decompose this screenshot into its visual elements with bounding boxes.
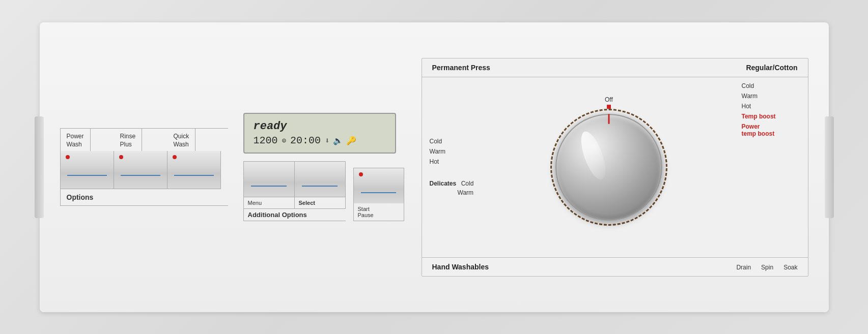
display-icons: ⬇ 🔈 🔑 [325,136,356,146]
center-section: ready 1200 ⊙ 20:00 ⬇ 🔈 🔑 [243,113,406,221]
off-label: Off [605,96,613,103]
dial-left-labels: Cold Warm Hot Delicates Cold Warm [422,77,482,257]
display-time: 20:00 [290,135,321,146]
soak-label: Soak [783,264,797,271]
power-wash-button[interactable] [61,151,114,189]
quick-wash-slider [174,175,214,176]
rinse-plus-slider [121,175,160,176]
dial-knob[interactable] [555,114,662,221]
additional-options-section: Menu Select Additional Options [243,161,346,221]
lower-controls: Menu Select Additional Options Start Pau… [243,161,406,221]
rinse-plus-button[interactable] [114,151,167,189]
options-buttons-group: Power Wash Rinse Plus [60,128,228,189]
delicates-warm-label: Warm [458,189,474,196]
select-label: Select [295,197,346,208]
dial-middle: Cold Warm Hot Delicates Cold Warm Off [422,77,808,257]
regular-cotton-label: Regular/Cotton [746,64,797,72]
rinse-plus-indicator [119,155,123,159]
dial-knob-wrapper: Off [555,114,662,221]
display-screen: ready 1200 ⊙ 20:00 ⬇ 🔈 🔑 [243,113,396,154]
power-wash-slider [67,175,107,176]
power-wash-indicator [66,155,70,159]
delicates-cold-label: Cold [461,180,474,187]
right-hot-label: Hot [742,103,800,110]
download-icon: ⬇ [325,136,330,146]
display-ready-text: ready [254,120,386,133]
delicates-group: Delicates Cold Warm [430,178,474,197]
dial-section: Permanent Press Regular/Cotton Cold Warm… [422,58,808,277]
start-pause-group: Start Pause [353,168,404,221]
start-indicator [359,172,363,176]
start-slider [361,192,396,193]
add-options-labels: Menu Select [243,197,346,209]
hand-washables-label: Hand Washables [432,263,489,271]
display-status-row: 1200 ⊙ 20:00 ⬇ 🔈 🔑 [254,135,386,146]
add-buttons-row [243,161,346,197]
left-cold-label: Cold [430,138,474,145]
display-rpm-icon: ⊙ [282,136,286,145]
dial-off-line [608,114,609,124]
dial-top-row: Permanent Press Regular/Cotton [422,58,808,77]
menu-slider [251,186,286,187]
quick-wash-group: Quick Wash [167,129,221,189]
dial-highlight [576,129,610,183]
left-strip [35,116,44,218]
right-cold-label: Cold [742,82,800,89]
sound-icon: 🔈 [333,136,343,146]
drain-label: Drain [736,264,751,271]
power-temp-boost-label: Powertemp boost [742,123,800,137]
select-slider [302,186,337,187]
spin-label: Spin [761,264,773,271]
quick-wash-button[interactable] [167,151,221,189]
options-label: Options [60,189,228,206]
dial-position-marker [607,105,611,109]
rinse-plus-group: Rinse Plus [114,129,167,189]
temp-boost-label: Temp boost [742,113,800,120]
dial-container: Off [481,77,736,257]
dial-right-labels: Cold Warm Hot Temp boost Powertemp boost [737,77,808,257]
quick-wash-label: Quick Wash [167,129,196,150]
power-wash-label: Power Wash [61,129,91,150]
select-button[interactable] [295,162,346,197]
left-warm-label: Warm [430,148,474,155]
right-warm-label: Warm [742,93,800,100]
start-pause-label: Start Pause [353,203,404,221]
menu-label: Menu [244,197,295,208]
right-strip [825,116,834,218]
add-options-title: Additional Options [243,209,346,221]
dial-bottom-row: Hand Washables Drain Spin Soak [422,257,808,276]
start-pause-button[interactable] [353,168,404,203]
power-wash-group: Power Wash [61,129,114,189]
lock-icon: 🔑 [346,136,356,146]
display-rpm: 1200 [254,135,278,146]
permanent-press-label: Permanent Press [432,64,490,72]
machine-panel: Power Wash Rinse Plus [40,22,829,312]
left-hot-label: Hot [430,158,474,165]
rinse-plus-label: Rinse Plus [114,129,143,150]
menu-button[interactable] [244,162,295,197]
quick-wash-indicator [173,155,177,159]
dial-bottom-right-labels: Drain Spin Soak [736,264,797,271]
delicates-label: Delicates [430,180,457,187]
options-section: Power Wash Rinse Plus [60,128,228,205]
